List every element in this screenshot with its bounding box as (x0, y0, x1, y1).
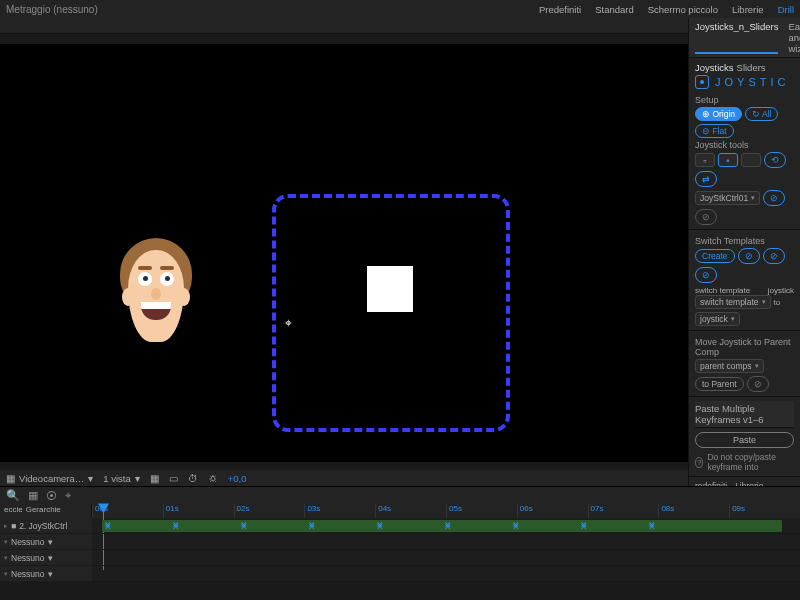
character-head[interactable] (120, 244, 192, 354)
timeline-snap-icon[interactable]: ⌖ (65, 489, 71, 502)
paste-button[interactable]: Paste (695, 432, 794, 448)
composition-viewport[interactable]: ⌖ (0, 44, 688, 462)
joystick-bounds[interactable] (272, 194, 510, 432)
tools-label: Joystick tools (695, 140, 794, 150)
flat-button[interactable]: ⊖ Flat (695, 124, 734, 138)
switch-template-dropdown[interactable]: switch template (695, 295, 771, 309)
joystick-logo-text: JOYSTIC (715, 76, 789, 88)
grid-icon[interactable]: ▦ (150, 473, 159, 484)
workspace-librerie[interactable]: Librerie (732, 4, 764, 15)
tool-box[interactable]: ▫ (695, 153, 715, 167)
cursor-icon: ⌖ (285, 316, 292, 330)
create-button[interactable]: Create (695, 249, 735, 263)
tool-dot[interactable]: • (718, 153, 738, 167)
paste-note: Do not copy/paste keyframe into (707, 452, 794, 472)
timeline-tracks[interactable]: ✕✕✕✕✕✕✕✕✕ ✕✕✕✕✕✕✕✕✕ (92, 518, 800, 582)
move-label: Move Joystick to Parent Comp (695, 337, 794, 357)
joystick-logo-icon (695, 75, 709, 89)
workspace-predefiniti[interactable]: Predefiniti (539, 4, 581, 15)
workspace-switcher: Predefiniti Standard Schermo piccolo Lib… (539, 4, 794, 15)
panel-tab-ease[interactable]: Ease and wiz (788, 21, 800, 54)
all-button[interactable]: ↻ All (745, 107, 778, 121)
panel-tab-joysticks[interactable]: Joysticks_n_Sliders (695, 21, 778, 54)
composition-header (0, 18, 688, 34)
link-tool-toggle[interactable]: ⇄ (695, 171, 717, 187)
to-parent-button[interactable]: to Parent (695, 377, 744, 391)
workspace-schermo[interactable]: Schermo piccolo (648, 4, 718, 15)
js-tab-sliders[interactable]: Sliders (737, 62, 766, 73)
layer-row[interactable]: ▸■ 2. JoyStkCtrl (0, 518, 92, 534)
brush-tab-1[interactable]: redefiniti (695, 481, 727, 486)
link-controller[interactable]: ⊘ (763, 190, 785, 206)
joystick-controller[interactable] (367, 266, 413, 312)
snapshot-icon[interactable]: ⏱ (188, 473, 198, 484)
camera-dropdown[interactable]: ▦ Videocamera… ▾ (6, 473, 93, 484)
time-ruler[interactable]: 00s01s02s03s04s05s06s07s08s09s (92, 504, 800, 518)
paste-panel-title: Paste Multiple Keyframes v1–6 (695, 403, 794, 425)
col-gerarchie[interactable]: Gerarchie (26, 505, 61, 514)
parent-comps-dropdown[interactable]: parent comps (695, 359, 764, 373)
controller-dropdown[interactable]: JoyStkCtrl01 (695, 191, 760, 205)
swt-link-1[interactable]: ⊘ (738, 248, 760, 264)
switch-templates-label: Switch Templates (695, 236, 794, 246)
origin-button[interactable]: ⊕ Origin (695, 107, 742, 121)
exposure-value[interactable]: +0,0 (228, 473, 247, 484)
exposure-icon[interactable]: ⛭ (208, 473, 218, 484)
tool-blank[interactable] (741, 153, 761, 167)
joystick-col: joystick (768, 286, 794, 295)
view-count[interactable]: 1 vista ▾ (103, 473, 139, 484)
unlink-controller[interactable]: ⊘ (695, 209, 717, 225)
prop-row-2[interactable]: ▾Nessuno ▾ (0, 550, 92, 566)
mask-icon[interactable]: ▭ (169, 473, 178, 484)
prop-row-1[interactable]: ▾Nessuno ▾ (0, 534, 92, 550)
link-tool-on[interactable]: ⟲ (764, 152, 786, 168)
prop-row-3[interactable]: ▾Nessuno ▾ (0, 566, 92, 582)
joystick-dropdown[interactable]: joystick (695, 312, 740, 326)
workspace-drill[interactable]: Drill (778, 4, 794, 15)
setup-label: Setup (695, 95, 794, 105)
parent-link[interactable]: ⊘ (747, 376, 769, 392)
help-icon[interactable]: ? (695, 457, 703, 468)
switch-template-col: switch template (695, 286, 750, 295)
col-eccie[interactable]: eccie (4, 505, 23, 514)
composition-name: Metraggio (nessuno) (6, 4, 98, 15)
workspace-standard[interactable]: Standard (595, 4, 634, 15)
timeline-search-icon[interactable]: 🔍 (6, 489, 20, 502)
timeline-graph-icon[interactable]: ⦿ (46, 490, 57, 502)
brush-tab-2[interactable]: Librerie (735, 481, 763, 486)
swt-link-2[interactable]: ⊘ (763, 248, 785, 264)
keyframes-row-2[interactable]: ✕✕✕✕✕✕✕✕✕ (104, 520, 656, 530)
swt-link-3[interactable]: ⊘ (695, 267, 717, 283)
timeline-comp-icon[interactable]: ▦ (28, 489, 38, 502)
to-label: to (774, 298, 781, 307)
js-tab-joysticks[interactable]: Joysticks (695, 62, 734, 73)
